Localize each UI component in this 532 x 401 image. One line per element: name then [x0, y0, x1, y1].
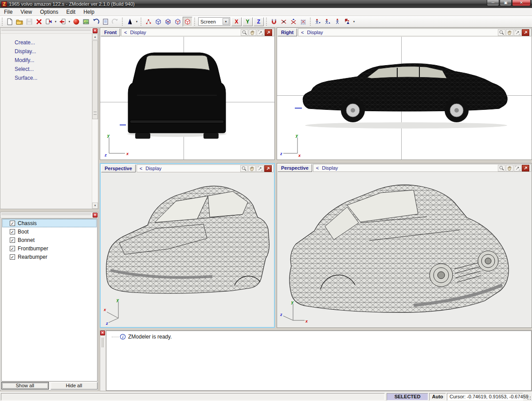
pan-icon[interactable] — [506, 29, 513, 36]
show-all-button[interactable]: Show all — [1, 382, 49, 389]
toolbar-grip[interactable] — [266, 18, 268, 26]
log-output[interactable]: i ZModeler is ready. — [106, 331, 532, 391]
maximize-viewport-icon[interactable] — [522, 165, 529, 171]
display-menu[interactable]: Display — [145, 166, 240, 171]
axis-z-button[interactable]: Z — [254, 17, 264, 26]
zoom-icon[interactable] — [240, 165, 248, 172]
maximize-viewport-icon[interactable] — [522, 29, 529, 36]
viewport-perspective-1-canvas[interactable]: y x z — [101, 173, 274, 327]
command-surface[interactable]: Surface... — [0, 74, 98, 82]
hierarchy-mode-icon[interactable] — [342, 17, 352, 27]
unweld-vertices-icon[interactable] — [289, 17, 298, 27]
viewport-name-button[interactable]: Right — [278, 28, 297, 36]
resize-grip[interactable] — [526, 395, 531, 400]
menu-file[interactable]: File — [0, 8, 16, 16]
weld-vertices-icon[interactable] — [279, 17, 289, 27]
walk-down-icon[interactable] — [313, 17, 323, 27]
minimize-button[interactable]: ─ — [487, 0, 499, 6]
axis-x-button[interactable]: X — [231, 17, 242, 26]
menu-help[interactable]: Help — [79, 8, 98, 16]
material-editor-icon[interactable] — [71, 17, 81, 27]
viewport-front-canvas[interactable]: y x z — [100, 37, 274, 160]
polygons-level-icon[interactable] — [173, 17, 183, 27]
viewport-right-canvas[interactable]: y z x — [277, 37, 532, 160]
menu-view[interactable]: View — [16, 8, 36, 16]
save-icon[interactable] — [24, 17, 34, 27]
log-window-icon[interactable] — [101, 17, 110, 27]
toolbar-grip[interactable] — [141, 18, 142, 26]
delete-icon[interactable] — [34, 17, 44, 27]
zoom-icon[interactable] — [498, 29, 505, 36]
command-create[interactable]: Create... — [0, 38, 98, 47]
auto-mode-badge[interactable]: Auto — [429, 393, 446, 401]
walk-up-icon[interactable] — [323, 17, 332, 27]
maximize-viewport-icon[interactable] — [264, 165, 272, 172]
checkbox-checked-icon[interactable] — [10, 221, 15, 226]
close-button[interactable]: ✕ — [512, 0, 531, 6]
restore-button[interactable]: ▣ — [500, 0, 512, 6]
layer-row-boot[interactable]: Boot — [2, 227, 97, 236]
checkbox-checked-icon[interactable] — [10, 229, 15, 234]
command-modify[interactable]: Modify... — [0, 56, 98, 65]
walk-mode-icon[interactable] — [332, 17, 342, 27]
open-file-icon[interactable] — [15, 17, 24, 27]
layer-row-rearbumper[interactable]: Rearbumper — [2, 253, 97, 261]
display-menu[interactable]: Display — [322, 165, 497, 171]
zoom-icon[interactable] — [498, 165, 505, 171]
checkbox-checked-icon[interactable] — [10, 254, 15, 260]
viewport-perspective-2-canvas[interactable]: y z x — [277, 172, 532, 327]
close-icon[interactable]: × — [93, 213, 98, 218]
magnet-snap-icon[interactable] — [269, 17, 279, 27]
new-document-icon[interactable] — [5, 17, 15, 27]
import-dropdown-icon[interactable]: ▼ — [54, 20, 58, 23]
viewport-name-button[interactable]: Perspective — [278, 164, 312, 172]
menu-edit[interactable]: Edit — [63, 8, 80, 16]
back-arrow-icon[interactable]: < — [316, 165, 319, 171]
checkbox-checked-icon[interactable] — [10, 237, 15, 243]
toolbar-grip[interactable] — [194, 18, 196, 26]
snap-to-grid-icon[interactable] — [298, 17, 308, 27]
pan-icon[interactable] — [506, 165, 513, 171]
viewport-menu-strip[interactable]: < Display — [298, 28, 531, 36]
close-icon[interactable]: × — [93, 28, 98, 33]
scroll-up-icon[interactable]: ▲ — [92, 34, 98, 40]
hide-all-button[interactable]: Hide all — [51, 382, 98, 389]
command-display[interactable]: Display... — [0, 47, 98, 56]
vertices-level-icon[interactable] — [144, 17, 153, 27]
orbit-icon[interactable] — [256, 165, 264, 172]
viewport-menu-strip[interactable]: < Display — [313, 164, 531, 172]
viewport-name-button[interactable]: Perspective — [101, 164, 136, 172]
orbit-icon[interactable] — [514, 29, 521, 36]
layers-panel-header[interactable]: × — [0, 213, 98, 218]
texture-browser-icon[interactable] — [81, 17, 91, 27]
menu-options[interactable]: Options — [36, 8, 62, 16]
orbit-icon[interactable] — [514, 165, 521, 171]
layer-row-bonnet[interactable]: Bonnet — [2, 236, 97, 244]
undo-icon[interactable] — [91, 17, 101, 27]
faces-level-icon[interactable] — [163, 17, 173, 27]
viewport-name-button[interactable]: Front — [101, 28, 120, 36]
command-panel-header[interactable]: × — [0, 28, 98, 34]
toolbar-grip[interactable] — [310, 18, 312, 26]
toolbar-grip[interactable] — [2, 18, 4, 26]
view-mode-dropdown-icon[interactable]: ▼ — [135, 20, 139, 23]
import-icon[interactable] — [44, 17, 54, 27]
hierarchy-dropdown-icon[interactable]: ▼ — [352, 20, 356, 23]
toolbar-grip[interactable] — [122, 18, 124, 26]
redo-icon[interactable] — [110, 17, 120, 27]
edges-level-icon[interactable] — [153, 17, 163, 27]
title-bar[interactable]: Z 1965 volvo amazon 122.s - ZModeler ver… — [0, 0, 532, 8]
maximize-viewport-icon[interactable] — [265, 29, 272, 36]
checkbox-checked-icon[interactable] — [10, 246, 15, 251]
scroll-down-icon[interactable]: ▼ — [92, 202, 98, 209]
command-panel-scrollbar[interactable]: ▲ ▼ — [92, 34, 98, 209]
chevron-down-icon[interactable]: ▼ — [223, 18, 229, 25]
zoom-icon[interactable] — [241, 29, 248, 36]
scrollbar-thumb[interactable] — [92, 40, 98, 119]
close-icon[interactable]: × — [100, 331, 105, 335]
screen-axes-select[interactable]: Screen ▼ — [198, 17, 230, 26]
export-dropdown-icon[interactable]: ▼ — [67, 20, 71, 23]
axis-y-button[interactable]: Y — [243, 17, 253, 26]
display-menu[interactable]: Display — [307, 30, 497, 35]
drag-handle[interactable] — [102, 338, 104, 347]
